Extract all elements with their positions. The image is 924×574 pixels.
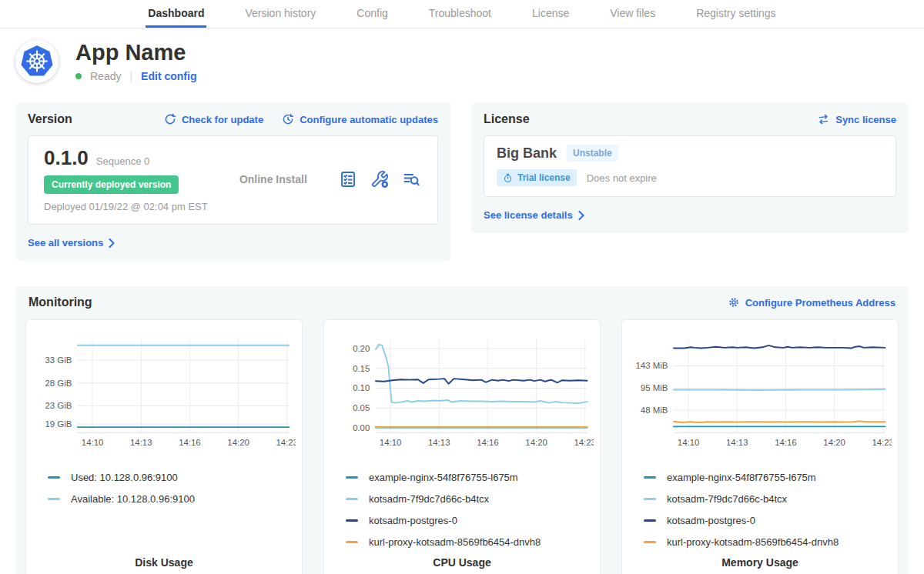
status-text: Ready — [90, 70, 121, 82]
legend-label: kotsadm-postgres-0 — [667, 515, 755, 526]
y-tick-label: 0.00 — [353, 423, 370, 432]
deploy-logs-icon[interactable] — [402, 170, 420, 189]
app-logo — [15, 40, 59, 83]
legend-label: kurl-proxy-kotsadm-8569fb6454-dnvh8 — [369, 536, 541, 548]
deployed-timestamp: Deployed 01/19/22 @ 02:04 pm EST — [44, 201, 208, 212]
legend-swatch — [346, 519, 358, 522]
chevron-right-icon — [109, 239, 115, 248]
x-tick-label: 14:13 — [428, 438, 450, 447]
cpu-usage-legend: example-nginx-54f8f76755-l675mkotsadm-7f… — [346, 466, 594, 556]
current-version-card: 0.1.0 Sequence 0 Currently deployed vers… — [28, 135, 438, 225]
x-tick-label: 14:13 — [726, 438, 748, 447]
legend-item: Used: 10.128.0.96:9100 — [48, 466, 296, 488]
see-license-details-link[interactable]: See license details — [484, 209, 584, 221]
x-tick-label: 14:16 — [775, 438, 797, 447]
cpu-usage-chart: 14:1014:1314:1614:2014:230.200.150.100.0… — [330, 328, 594, 457]
y-tick-label: 23 GiB — [45, 401, 72, 410]
version-card: Version Check for update — [15, 102, 450, 261]
y-tick-label: 95 MiB — [641, 383, 668, 392]
memory-usage-chart: 14:1014:1314:1614:2014:23143 MiB95 MiB48… — [628, 328, 892, 457]
x-tick-label: 14:23 — [276, 438, 296, 447]
series-line — [376, 379, 588, 384]
cpu-usage-chart-card: 14:1014:1314:1614:2014:230.200.150.100.0… — [323, 319, 601, 574]
sync-license-link[interactable]: Sync license — [817, 113, 896, 125]
legend-item: kotsadm-postgres-0 — [644, 509, 892, 531]
legend-item: example-nginx-54f8f76755-l675m — [644, 466, 892, 488]
legend-item: kurl-proxy-kotsadm-8569fb6454-dnvh8 — [346, 531, 594, 552]
legend-label: kotsadm-7f9dc7d66c-b4tcx — [667, 493, 787, 505]
legend-swatch — [644, 498, 656, 500]
preflight-checks-icon[interactable] — [339, 170, 357, 189]
chart-title: Memory Usage — [628, 556, 892, 569]
license-name: Big Bank — [497, 145, 557, 162]
legend-label: example-nginx-54f8f76755-l675m — [369, 472, 518, 483]
tab-dashboard[interactable]: Dashboard — [146, 0, 206, 28]
status-dot — [75, 73, 82, 79]
memory-usage-legend: example-nginx-54f8f76755-l675mkotsadm-7f… — [644, 466, 892, 556]
configure-automatic-updates-link[interactable]: Configure automatic updates — [282, 113, 438, 125]
install-type-label: Online Install — [239, 173, 307, 185]
legend-item: kurl-proxy-kotsadm-8569fb6454-dnvh8 — [644, 531, 892, 552]
series-line — [674, 389, 886, 390]
sequence-label: Sequence 0 — [96, 155, 149, 167]
tab-troubleshoot[interactable]: Troubleshoot — [427, 0, 494, 28]
legend-item: kotsadm-postgres-0 — [346, 509, 594, 531]
refresh-icon — [164, 113, 176, 125]
legend-swatch — [346, 476, 358, 479]
memory-usage-chart-card: 14:1014:1314:1614:2014:23143 MiB95 MiB48… — [621, 319, 899, 574]
series-line — [674, 345, 886, 349]
disk-usage-legend: Used: 10.128.0.96:9100Available: 10.128.… — [48, 466, 296, 556]
legend-item: Available: 10.128.0.96:9100 — [48, 488, 296, 509]
gear-icon — [728, 296, 740, 309]
x-tick-label: 14:23 — [872, 438, 892, 447]
deployed-badge: Currently deployed version — [44, 175, 179, 194]
y-tick-label: 28 GiB — [45, 379, 72, 388]
legend-label: kotsadm-postgres-0 — [369, 515, 457, 526]
tab-config[interactable]: Config — [354, 0, 390, 28]
chevron-right-icon — [578, 211, 584, 220]
tab-version-history[interactable]: Version history — [243, 0, 318, 28]
x-tick-label: 14:23 — [574, 438, 594, 447]
app-header: App Name Ready | Edit config — [15, 40, 909, 83]
y-tick-label: 0.10 — [353, 383, 370, 392]
see-all-versions-link[interactable]: See all versions — [28, 237, 115, 249]
legend-item: kotsadm-7f9dc7d66c-b4tcx — [346, 488, 594, 509]
legend-swatch — [48, 498, 60, 500]
y-tick-label: 0.20 — [353, 344, 370, 353]
legend-label: example-nginx-54f8f76755-l675m — [667, 472, 816, 483]
trial-license-badge: Trial license — [497, 169, 577, 186]
y-tick-label: 33 GiB — [45, 355, 72, 365]
tab-view-files[interactable]: View files — [608, 0, 658, 28]
legend-swatch — [48, 476, 60, 479]
x-tick-label: 14:16 — [477, 438, 499, 447]
legend-label: kurl-proxy-kotsadm-8569fb6454-dnvh8 — [667, 536, 839, 548]
disk-usage-chart-card: 14:1014:1314:1614:2014:2333 GiB28 GiB23 … — [25, 319, 303, 574]
view-config-wrench-icon[interactable] — [370, 170, 389, 189]
legend-swatch — [346, 498, 358, 500]
expiry-label: Does not expire — [587, 172, 657, 184]
x-tick-label: 14:13 — [130, 438, 152, 447]
legend-label: Available: 10.128.0.96:9100 — [71, 493, 195, 505]
legend-swatch — [346, 541, 358, 543]
legend-label: Used: 10.128.0.96:9100 — [71, 472, 178, 483]
legend-item: kotsadm-7f9dc7d66c-b4tcx — [644, 488, 892, 509]
configure-prometheus-link[interactable]: Configure Prometheus Address — [728, 296, 896, 309]
swap-arrows-icon — [817, 113, 830, 125]
edit-config-link[interactable]: Edit config — [141, 70, 196, 82]
license-card: License Sync license Big Bank Unstable — [471, 102, 909, 233]
monitoring-section: Monitoring Configure Prometheus Address … — [15, 286, 909, 574]
chart-title: Disk Usage — [32, 556, 296, 569]
monitoring-title: Monitoring — [28, 295, 92, 309]
stopwatch-icon — [503, 173, 513, 183]
y-tick-label: 19 GiB — [45, 419, 72, 429]
tab-registry-settings[interactable]: Registry settings — [694, 0, 778, 28]
y-tick-label: 143 MiB — [636, 361, 668, 370]
x-tick-label: 14:10 — [678, 438, 700, 447]
top-nav: Dashboard Version history Config Trouble… — [0, 0, 924, 28]
license-card-title: License — [484, 112, 530, 126]
series-line — [674, 421, 886, 422]
check-for-update-link[interactable]: Check for update — [164, 113, 263, 125]
clock-refresh-icon — [282, 113, 294, 125]
tab-license[interactable]: License — [530, 0, 571, 28]
legend-item: example-nginx-54f8f76755-l675m — [346, 466, 594, 488]
